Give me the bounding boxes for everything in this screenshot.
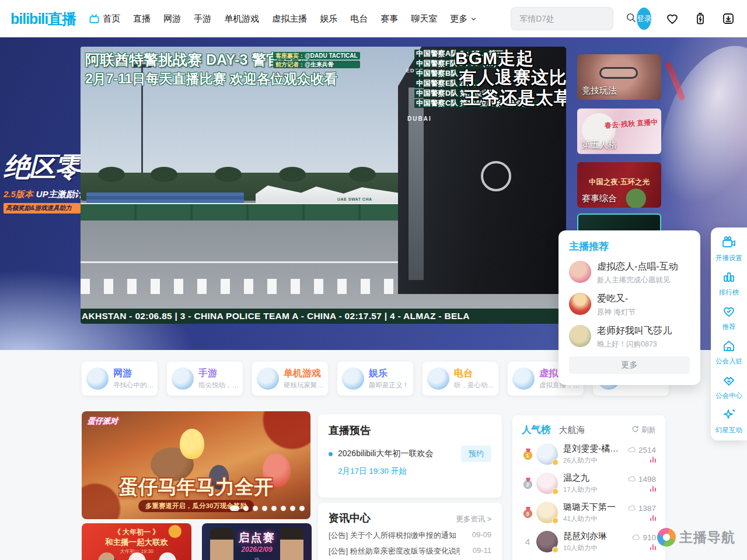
category-card-entertainment[interactable]: 娱乐颜即是正义！ [337, 362, 413, 396]
zzz-promo-poster[interactable]: 绝区零 2.5版本UP主激励计划 高额奖励&游戏道具助力 [4, 149, 81, 214]
nav-item-radio[interactable]: 电台 [350, 13, 368, 24]
live-schedule-card: 直播预告 2026bilibili大年初一联欢会 预约 2月17日 19:30 … [318, 414, 502, 498]
avatar [536, 502, 558, 523]
tool-ranking[interactable]: 排行榜 [719, 270, 739, 297]
category-mascot [257, 368, 279, 390]
scene-green-fence [81, 203, 416, 220]
category-mascot [512, 368, 535, 390]
category-mascot [86, 368, 109, 390]
recommend-more-button[interactable]: 更多 [569, 356, 690, 374]
logo-text: bilibili直播 [11, 9, 76, 29]
carousel-dot[interactable] [262, 506, 267, 511]
tool-guild-join[interactable]: 公会入驻 [715, 339, 742, 366]
nav-item-vtuber[interactable]: 虚拟主播 [272, 13, 307, 24]
news-item[interactable]: [公告] 关于个人所得税扣缴申报的通知 09-09 [329, 530, 491, 541]
heart-icon [722, 304, 736, 321]
news-center-card: 资讯中心 更多资讯 > [公告] 关于个人所得税扣缴申报的通知 09-09 [公… [318, 503, 502, 560]
search-input[interactable] [519, 14, 625, 23]
bar-chart-icon [722, 270, 736, 286]
ranking-row[interactable]: 4 琵琶刘亦琳 10人助力中 910 [522, 530, 656, 553]
search-box [511, 7, 613, 30]
recommend-item[interactable]: 老师好我叫飞莎儿 晚上好！闪购0873 [569, 325, 690, 349]
sub-banner-row: 《 大年初一 》 和主播一起大联欢 大年初一 19:30 启点赛 2026/2/… [82, 523, 312, 560]
live-video-player[interactable]: UAE SWAT CHA EDGE DUBAI 阿联酋特警挑战赛 DAY-3 警… [81, 47, 566, 324]
category-card-singlegame[interactable]: 单机游戏硬核玩家聚… [252, 362, 328, 396]
ranking-row[interactable]: 3 璐璐天下第一 41人助力中 1387 [522, 501, 656, 524]
more-news-link[interactable]: 更多资讯 > [456, 514, 491, 524]
carousel-dot[interactable] [230, 506, 239, 511]
category-card-netgame[interactable]: 网游寻找心中的… [82, 362, 158, 396]
game-logo: 蛋仔派对 [88, 416, 118, 426]
right-tool-rail: 开播设置 排行榜 推荐 公会入驻 公会中心 幻星互动 [711, 228, 747, 440]
streamer-nav-watermark: 主播导航 [657, 528, 735, 547]
download-icon[interactable] [721, 12, 735, 26]
scene-tent-text: UAE SWAT CHA [337, 197, 372, 201]
tv-icon [89, 13, 100, 24]
tool-guild-center[interactable]: 公会中心 [715, 373, 742, 400]
nav-item-chatroom[interactable]: 聊天室 [411, 13, 437, 24]
promo-carousel-banner[interactable]: 蛋仔派对 蛋仔马年马力全开 多重赛道开启，瓜分30万现金奖励 [82, 411, 310, 519]
login-button[interactable]: 登录 [637, 8, 651, 30]
news-title: 资讯中心 [329, 511, 371, 525]
qidian-match-banner[interactable]: 启点赛 2026/2/09 vs [202, 523, 312, 560]
streamer-recommend-panel: 主播推荐 虚拟恋人-点唱-互动 新人主播完成心愿就见 爱吃又- 原神 海灯节 老… [558, 230, 700, 385]
egg-party-character-art [180, 429, 204, 459]
recommend-item[interactable]: 爱吃又- 原神 海灯节 [569, 293, 690, 317]
recommend-title: 主播推荐 [569, 240, 690, 253]
side-stream-esports[interactable]: 中国之夜·五环之光 赛事综合 [577, 162, 661, 208]
search-icon[interactable] [625, 12, 637, 26]
nav-item-home[interactable]: 首页 [89, 13, 120, 24]
ranking-row[interactable]: 2 温之九 17人助力中 1498 [522, 471, 656, 495]
popularity-bars-icon [650, 486, 657, 492]
popularity-bars-icon [650, 515, 657, 521]
popularity-bars-icon [650, 457, 657, 463]
category-card-radio[interactable]: 电台听，是心动… [423, 362, 498, 396]
schedule-time: 2月17日 19:30 开始 [338, 466, 491, 477]
carousel-dots [230, 506, 305, 511]
carousel-dot[interactable] [290, 506, 295, 511]
guest-credits-overlay: 客座嘉宾：@DADU TACTICAL 前方记者：@生来兵骨 [273, 52, 360, 68]
nav-item-mobilegame[interactable]: 手游 [194, 13, 211, 24]
popularity-ranking-card: 人气榜 大航海 刷新 1 是刘雯雯-橘… 26人助力中 2514 [512, 415, 665, 560]
tab-navigation-fleet[interactable]: 大航海 [559, 425, 585, 436]
carousel-dot[interactable] [243, 506, 249, 511]
nav-item-esports[interactable]: 赛事 [381, 13, 398, 24]
avatar [536, 473, 558, 494]
recommend-item[interactable]: 虚拟恋人-点唱-互动 新人主播完成心愿就见 [569, 261, 690, 285]
category-mascot [427, 368, 449, 390]
tool-broadcast-settings[interactable]: 开播设置 [715, 236, 742, 262]
refresh-icon [631, 425, 639, 435]
side-stream-identityv[interactable]: 春去·残秋 直播中 第五人格 [577, 108, 661, 154]
favorites-heart-icon[interactable] [665, 12, 679, 26]
banner-title: 蛋仔马年马力全开 [82, 474, 310, 501]
carousel-dot[interactable] [271, 506, 277, 511]
nav-item-more[interactable]: 更多 [450, 13, 477, 24]
tab-popularity[interactable]: 人气榜 [522, 424, 551, 436]
carousel-dot[interactable] [253, 506, 258, 511]
results-ticker: AKHSTAN - 02:06.85 | 3 - CHINA POLICE TE… [81, 309, 566, 324]
reserve-button[interactable]: 预约 [461, 446, 491, 462]
tool-star-interact[interactable]: 幻星互动 [715, 408, 742, 435]
newyear-gala-banner[interactable]: 《 大年初一 》 和主播一起大联欢 大年初一 19:30 [82, 523, 191, 560]
refresh-button[interactable]: 刷新 [631, 425, 656, 435]
carousel-dot[interactable] [281, 506, 286, 511]
nav-item-singlegame[interactable]: 单机游戏 [224, 13, 259, 24]
carousel-dot[interactable] [299, 506, 305, 511]
bullet-dot [329, 452, 333, 456]
nav-item-live[interactable]: 直播 [133, 13, 151, 24]
avatar [569, 261, 591, 283]
battery-charge-icon[interactable] [693, 12, 707, 26]
poster-campaign: UP主激励计划 [36, 189, 81, 199]
side-stream-competitive[interactable]: 竞技玩法 [577, 54, 661, 100]
ranking-row[interactable]: 1 是刘雯雯-橘… 26人助力中 2514 [522, 442, 656, 466]
news-item[interactable]: [公告] 粉丝勋章亲密度改版等级变化说明 09-11 [329, 546, 491, 556]
nav-item-entertainment[interactable]: 娱乐 [320, 13, 337, 24]
avatar [536, 443, 558, 465]
tool-recommend[interactable]: 推荐 [722, 304, 736, 331]
camera-icon [721, 236, 736, 252]
home-icon [722, 339, 736, 355]
nav-item-netgame[interactable]: 网游 [163, 13, 181, 24]
category-card-mobilegame[interactable]: 手游指尖悦动，… [167, 362, 243, 396]
sparkle-star-icon [722, 408, 736, 424]
bilibili-live-logo[interactable]: bilibili直播 [11, 9, 76, 29]
